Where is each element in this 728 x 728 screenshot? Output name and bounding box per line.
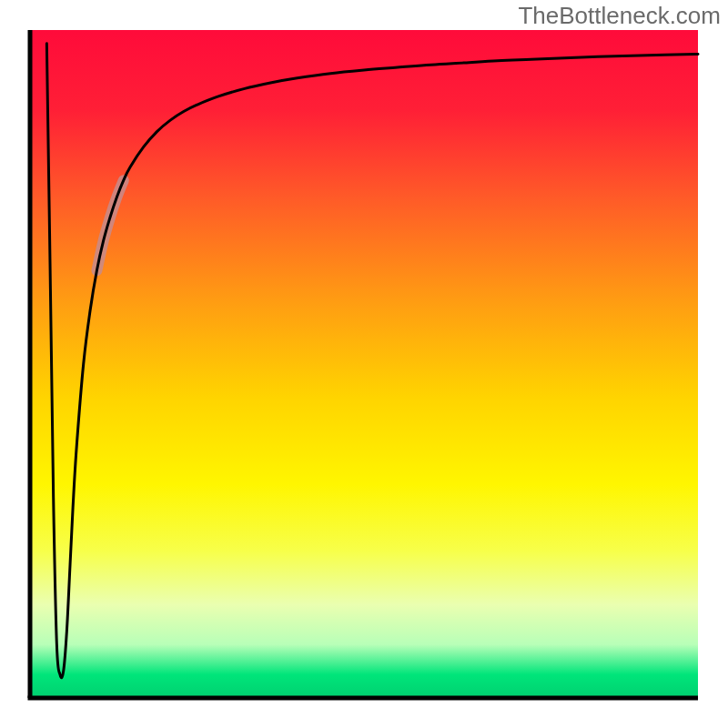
bottleneck-curve-chart bbox=[0, 0, 728, 728]
watermark-label: TheBottleneck.com bbox=[518, 2, 721, 30]
chart-container: TheBottleneck.com bbox=[0, 0, 728, 728]
plot-background bbox=[30, 30, 698, 698]
